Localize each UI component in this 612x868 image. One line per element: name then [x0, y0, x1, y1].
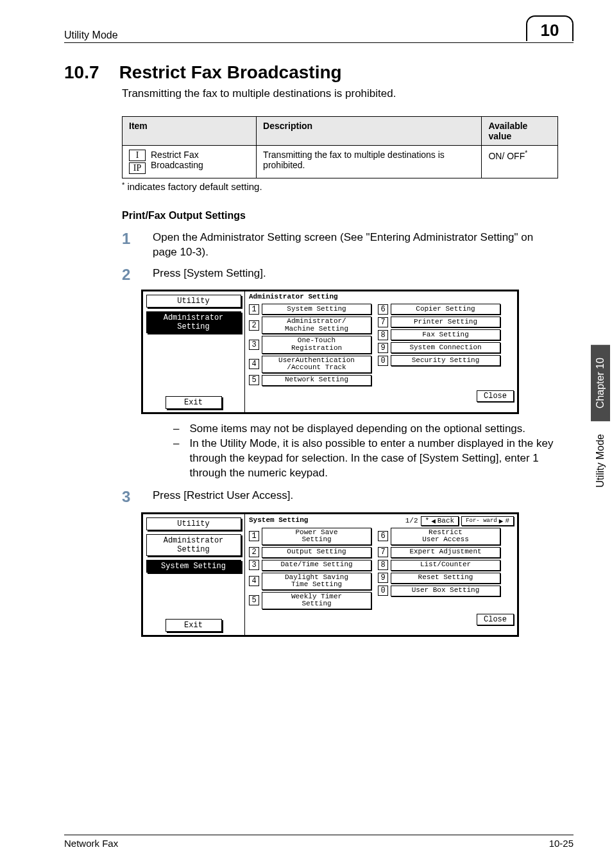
lcd2-tab-utility[interactable]: Utility [146, 517, 241, 530]
bullet-dash: – [173, 422, 179, 437]
lcd1-num-9: 9 [378, 343, 388, 353]
lcd1-btn-copier[interactable]: 6Copier Setting [378, 304, 500, 315]
lcd-screen-admin-setting: Utility Administrator Setting Exit Admin… [141, 290, 519, 414]
section-title: 10.7 Restrict Fax Broadcasting [64, 62, 574, 83]
lcd2-num-2: 2 [249, 547, 259, 557]
lcd2-lbl-list-counter: List/Counter [391, 560, 500, 571]
lcd1-btn-fax[interactable]: 8Fax Setting [378, 329, 500, 340]
hash-icon: # [505, 517, 509, 525]
lcd1-lbl-admin-machine: Administrator/ Machine Setting [262, 317, 371, 334]
section-number: 10.7 [64, 62, 99, 82]
step-1-body: Open the Administrator Setting screen (S… [153, 230, 550, 260]
lcd-screen-system-setting: Utility Administrator Setting System Set… [141, 512, 519, 637]
lcd2-num-3: 3 [249, 560, 259, 570]
lcd2-num-6: 6 [378, 531, 388, 541]
lcd1-lbl-printer: Printer Setting [391, 317, 500, 327]
bullet-dash: – [173, 437, 179, 481]
tag-ip: IP [129, 162, 146, 174]
lcd2-pager: 1/2 * ◀ Back For- ward ▶ # [405, 516, 514, 526]
lcd2-btn-restrict-user[interactable]: 6Restrict User Access [378, 528, 500, 545]
lcd2-forward-label: For- ward [466, 518, 497, 523]
lcd1-btn-user-auth[interactable]: 4UserAuthentication /Account Track [249, 356, 371, 373]
tag-i: I [129, 150, 146, 161]
lcd1-btn-network[interactable]: 5Network Setting [249, 375, 371, 386]
lcd2-btn-date-time[interactable]: 3Date/Time Setting [249, 560, 371, 571]
lcd1-lbl-copier: Copier Setting [391, 304, 500, 315]
step-2-number: 2 [122, 266, 135, 283]
bullet-1: Some items may not be displayed dependin… [189, 422, 525, 437]
lcd2-btn-user-box[interactable]: 0User Box Setting [378, 586, 500, 596]
step-3-body: Press [Restrict User Access]. [153, 489, 293, 505]
running-header-left: Utility Mode [64, 30, 118, 41]
item-description: Transmitting the fax to multiple destina… [257, 146, 482, 178]
lcd1-btn-security[interactable]: 0Security Setting [378, 355, 500, 366]
lcd1-num-1: 1 [249, 304, 259, 315]
arrow-left-icon: ◀ [431, 517, 436, 525]
lcd2-btn-weekly-timer[interactable]: 5Weekly Timer Setting [249, 592, 371, 609]
lcd2-num-7: 7 [378, 547, 388, 557]
chapter-number-badge: 10 [526, 15, 574, 41]
lcd1-num-3: 3 [249, 340, 259, 350]
lcd2-forward-button[interactable]: For- ward ▶ # [461, 516, 514, 526]
lcd2-tab-system-setting[interactable]: System Setting [146, 560, 241, 573]
lcd2-back-label: Back [438, 517, 454, 525]
lcd2-lbl-reset: Reset Setting [391, 573, 500, 584]
lcd1-tab-admin-setting[interactable]: Administrator Setting [146, 311, 241, 333]
lcd2-btn-expert[interactable]: 7Expert Adjustment [378, 547, 500, 558]
step-3: 3 Press [Restrict User Access]. [122, 489, 574, 505]
page-footer: Network Fax 10-25 [64, 835, 574, 849]
lcd1-exit-button[interactable]: Exit [166, 396, 222, 409]
lcd2-btn-list-counter[interactable]: 8List/Counter [378, 560, 500, 571]
lcd1-btn-system-setting[interactable]: 1System Setting [249, 304, 371, 315]
section-intro: Transmitting the fax to multiple destina… [122, 87, 574, 101]
lcd1-num-7: 7 [378, 317, 388, 327]
lcd2-btn-power-save[interactable]: 1Power Save Setting [249, 528, 371, 545]
lcd2-close-button[interactable]: Close [477, 614, 514, 625]
lcd2-lbl-user-box: User Box Setting [391, 586, 500, 596]
lcd1-lbl-system-setting: System Setting [262, 304, 371, 315]
lcd2-num-1: 1 [249, 531, 259, 541]
th-available: Available value [482, 117, 558, 146]
arrow-right-icon: ▶ [499, 517, 504, 525]
lcd1-close-button[interactable]: Close [477, 390, 514, 402]
lcd1-btn-system-connection[interactable]: 9System Connection [378, 342, 500, 353]
lcd1-lbl-user-auth: UserAuthentication /Account Track [262, 356, 371, 373]
lcd2-tab-admin-setting[interactable]: Administrator Setting [146, 534, 241, 556]
step-2-body: Press [System Setting]. [153, 266, 266, 283]
value-text: ON/ OFF [488, 151, 525, 161]
table-footnote: * indicates factory default setting. [122, 181, 574, 192]
side-chapter-tab: Chapter 10 Utility Mode [589, 295, 612, 501]
lcd1-btn-printer[interactable]: 7Printer Setting [378, 317, 500, 327]
settings-table: Item Description Available value I IP Re… [122, 116, 558, 178]
table-header-row: Item Description Available value [123, 117, 558, 146]
lcd2-page-indicator: 1/2 [405, 517, 418, 525]
lcd2-lbl-expert: Expert Adjustment [391, 547, 500, 558]
item-value: ON/ OFF* [482, 146, 558, 178]
lcd2-btn-output[interactable]: 2Output Setting [249, 547, 371, 558]
lcd2-lbl-weekly-timer: Weekly Timer Setting [262, 592, 371, 609]
lcd1-num-2: 2 [249, 320, 259, 331]
footnote-text: indicates factory default setting. [124, 181, 262, 192]
side-tab-mode: Utility Mode [591, 421, 610, 501]
lcd2-lbl-power-save: Power Save Setting [262, 528, 371, 545]
lcd2-back-button[interactable]: * ◀ Back [421, 516, 459, 526]
lcd2-btn-reset[interactable]: 9Reset Setting [378, 573, 500, 584]
subheading: Print/Fax Output Settings [122, 210, 574, 221]
lcd1-lbl-network: Network Setting [262, 375, 371, 386]
lcd2-num-8: 8 [378, 560, 388, 570]
lcd2-heading: System Setting [249, 517, 308, 525]
lcd2-exit-button[interactable]: Exit [166, 619, 222, 632]
lcd1-tab-utility[interactable]: Utility [146, 295, 241, 308]
lcd1-btn-admin-machine[interactable]: 2Administrator/ Machine Setting [249, 317, 371, 334]
lcd2-num-4: 4 [249, 576, 259, 586]
lcd2-num-5: 5 [249, 595, 259, 605]
lcd1-btn-one-touch[interactable]: 3One-Touch Registration [249, 336, 371, 353]
lcd2-lbl-restrict-user: Restrict User Access [391, 528, 500, 545]
lcd1-lbl-fax: Fax Setting [391, 329, 500, 340]
bullet-2: In the Utility Mode, it is also possible… [189, 437, 558, 481]
item-name: Restrict Fax Broadcasting [151, 150, 250, 170]
running-header: Utility Mode 10 [64, 15, 574, 43]
lcd2-num-9: 9 [378, 573, 388, 583]
step-2: 2 Press [System Setting]. [122, 266, 574, 283]
lcd2-btn-daylight[interactable]: 4Daylight Saving Time Setting [249, 573, 371, 590]
